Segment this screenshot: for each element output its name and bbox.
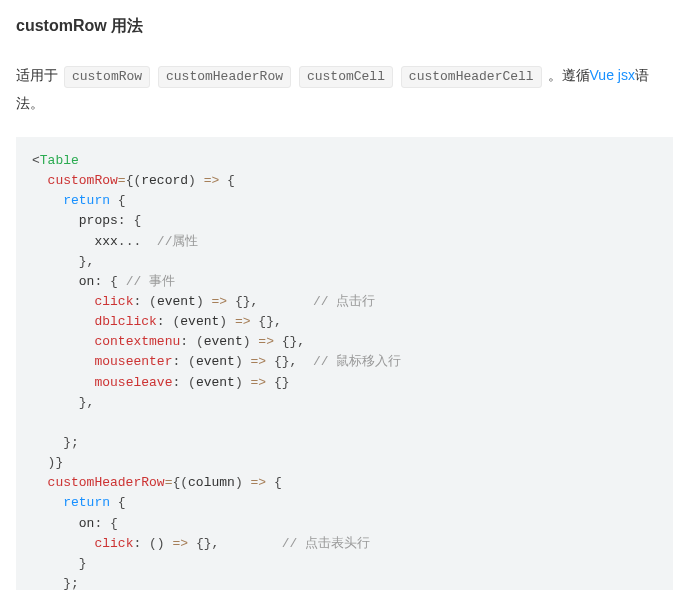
code-tag: customHeaderRow	[158, 66, 291, 88]
comment: //属性	[157, 234, 199, 249]
comment: // 点击行	[313, 294, 375, 309]
param: record	[141, 173, 188, 188]
code-tag: customCell	[299, 66, 393, 88]
event-name: contextmenu	[94, 334, 180, 349]
intro-paragraph: 适用于 customRow customHeaderRow customCell…	[16, 61, 673, 117]
comment: // 事件	[126, 274, 175, 289]
arrow: =>	[251, 354, 267, 369]
event-name: mouseleave	[94, 375, 172, 390]
event-name: click	[94, 294, 133, 309]
code-tag: customRow	[64, 66, 150, 88]
spread: ...	[118, 234, 141, 249]
jsx-tag: Table	[40, 153, 79, 168]
keyword-return: return	[63, 193, 110, 208]
vue-jsx-link[interactable]: Vue jsx	[590, 67, 635, 83]
param: event	[157, 294, 196, 309]
param: column	[188, 475, 235, 490]
comment: // 鼠标移入行	[313, 354, 401, 369]
comment: // 点击表头行	[282, 536, 370, 551]
arrow: =>	[251, 475, 267, 490]
prop-name: xxx	[94, 234, 117, 249]
arrow: =>	[251, 375, 267, 390]
jsx-attr: customHeaderRow	[48, 475, 165, 490]
event-name: dblclick	[94, 314, 156, 329]
arrow: =>	[258, 334, 274, 349]
prop-name: on	[79, 274, 95, 289]
section-title: customRow 用法	[16, 16, 673, 37]
param: event	[196, 375, 235, 390]
prop-name: props	[79, 213, 118, 228]
arrow: =>	[204, 173, 220, 188]
intro-prefix: 适用于	[16, 67, 58, 83]
arrow: =>	[235, 314, 251, 329]
code-tag: customHeaderCell	[401, 66, 542, 88]
param: event	[180, 314, 219, 329]
jsx-attr: customRow	[48, 173, 118, 188]
keyword-return: return	[63, 495, 110, 510]
prop-name: on	[79, 516, 95, 531]
arrow: =>	[172, 536, 188, 551]
event-name: click	[94, 536, 133, 551]
intro-after-tags: 。遵循	[548, 67, 590, 83]
param: event	[196, 354, 235, 369]
event-name: mouseenter	[94, 354, 172, 369]
arrow: =>	[212, 294, 228, 309]
param: event	[204, 334, 243, 349]
code-block: <Table customRow={(record) => { return {…	[16, 137, 673, 590]
